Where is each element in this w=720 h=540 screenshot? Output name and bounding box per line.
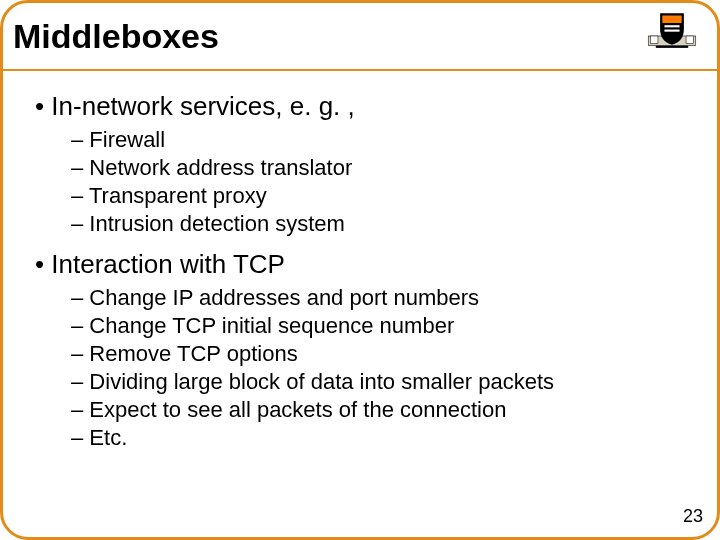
title-bar: Middleboxes: [3, 3, 717, 71]
sub-item: Change IP addresses and port numbers: [71, 284, 699, 312]
sub-item: Dividing large block of data into smalle…: [71, 368, 699, 396]
university-crest-icon: [645, 9, 699, 63]
page-number: 23: [683, 506, 703, 527]
bullet-2: Interaction with TCP: [35, 249, 699, 280]
sub-item: Change TCP initial sequence number: [71, 312, 699, 340]
sublist-2: Change IP addresses and port numbers Cha…: [71, 284, 699, 453]
sublist-1: Firewall Network address translator Tran…: [71, 126, 699, 239]
sub-item: Expect to see all packets of the connect…: [71, 396, 699, 424]
slide-body: In-network services, e. g. , Firewall Ne…: [3, 71, 717, 453]
svg-rect-2: [664, 30, 679, 32]
svg-rect-3: [650, 36, 658, 44]
sub-item: Transparent proxy: [71, 182, 699, 210]
slide: Middleboxes In-network services, e. g. ,…: [0, 0, 720, 540]
sub-item: Etc.: [71, 424, 699, 452]
svg-rect-1: [664, 25, 679, 27]
sub-item: Firewall: [71, 126, 699, 154]
sub-item: Intrusion detection system: [71, 210, 699, 238]
sub-item: Remove TCP options: [71, 340, 699, 368]
svg-rect-4: [686, 36, 694, 44]
slide-title: Middleboxes: [13, 17, 219, 56]
svg-rect-5: [656, 46, 688, 48]
bullet-1: In-network services, e. g. ,: [35, 91, 699, 122]
sub-item: Network address translator: [71, 154, 699, 182]
